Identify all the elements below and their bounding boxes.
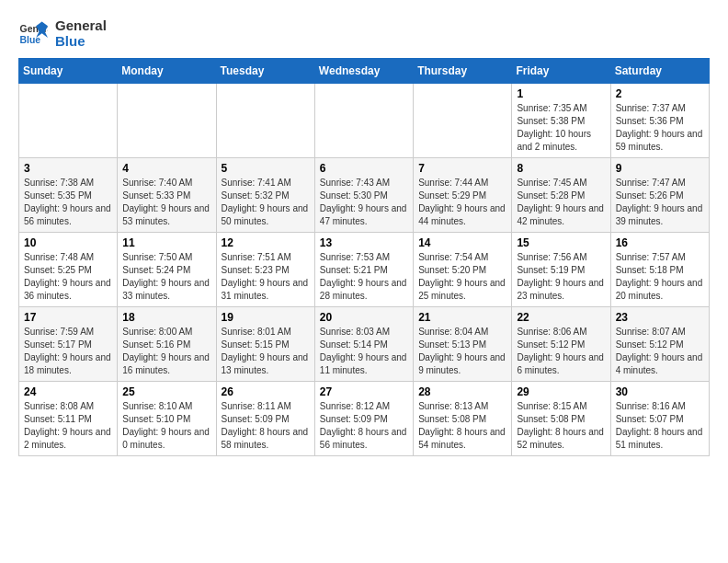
day-number: 10	[24, 236, 112, 249]
logo: General Blue General Blue	[18, 18, 107, 49]
day-number: 28	[418, 385, 506, 398]
day-info: Sunrise: 7:40 AM Sunset: 5:33 PM Dayligh…	[122, 177, 210, 228]
calendar-cell: 29Sunrise: 8:15 AM Sunset: 5:08 PM Dayli…	[512, 382, 610, 456]
day-number: 25	[122, 385, 210, 398]
day-info: Sunrise: 7:50 AM Sunset: 5:24 PM Dayligh…	[122, 251, 210, 303]
day-info: Sunrise: 7:48 AM Sunset: 5:25 PM Dayligh…	[24, 251, 112, 303]
day-info: Sunrise: 8:16 AM Sunset: 5:07 PM Dayligh…	[616, 400, 704, 452]
weekday-header: Monday	[118, 59, 216, 84]
calendar-cell	[118, 84, 216, 158]
calendar-cell: 27Sunrise: 8:12 AM Sunset: 5:09 PM Dayli…	[314, 382, 413, 456]
calendar-week-row: 17Sunrise: 7:59 AM Sunset: 5:17 PM Dayli…	[19, 307, 710, 382]
day-number: 30	[616, 385, 704, 398]
day-info: Sunrise: 8:15 AM Sunset: 5:08 PM Dayligh…	[517, 400, 605, 452]
day-info: Sunrise: 7:41 AM Sunset: 5:32 PM Dayligh…	[222, 177, 310, 228]
day-info: Sunrise: 7:56 AM Sunset: 5:19 PM Dayligh…	[517, 251, 605, 303]
day-info: Sunrise: 7:37 AM Sunset: 5:36 PM Dayligh…	[616, 102, 704, 154]
day-number: 8	[517, 162, 605, 175]
calendar-cell: 13Sunrise: 7:53 AM Sunset: 5:21 PM Dayli…	[314, 233, 413, 307]
calendar-cell: 20Sunrise: 8:03 AM Sunset: 5:14 PM Dayli…	[314, 307, 413, 382]
day-info: Sunrise: 7:59 AM Sunset: 5:17 PM Dayligh…	[24, 326, 112, 377]
calendar-cell: 12Sunrise: 7:51 AM Sunset: 5:23 PM Dayli…	[216, 233, 314, 307]
day-number: 9	[616, 162, 704, 175]
day-number: 18	[122, 311, 210, 324]
day-info: Sunrise: 8:00 AM Sunset: 5:16 PM Dayligh…	[122, 326, 210, 377]
weekday-header: Tuesday	[216, 59, 314, 84]
day-number: 5	[222, 162, 310, 175]
calendar-cell: 28Sunrise: 8:13 AM Sunset: 5:08 PM Dayli…	[414, 382, 512, 456]
calendar-header: SundayMondayTuesdayWednesdayThursdayFrid…	[19, 59, 710, 84]
calendar-cell: 25Sunrise: 8:10 AM Sunset: 5:10 PM Dayli…	[118, 382, 216, 456]
calendar-cell	[314, 84, 413, 158]
day-info: Sunrise: 8:10 AM Sunset: 5:10 PM Dayligh…	[122, 400, 210, 452]
weekday-header: Thursday	[414, 59, 512, 84]
day-number: 7	[418, 162, 506, 175]
weekday-header: Wednesday	[314, 59, 413, 84]
day-number: 19	[222, 311, 310, 324]
day-number: 23	[616, 311, 704, 324]
day-info: Sunrise: 7:57 AM Sunset: 5:18 PM Dayligh…	[616, 251, 704, 303]
day-number: 20	[320, 311, 408, 324]
day-number: 14	[418, 236, 506, 249]
day-number: 13	[320, 236, 408, 249]
day-number: 12	[222, 236, 310, 249]
day-info: Sunrise: 7:54 AM Sunset: 5:20 PM Dayligh…	[418, 251, 506, 303]
calendar-cell: 22Sunrise: 8:06 AM Sunset: 5:12 PM Dayli…	[512, 307, 610, 382]
calendar-cell: 8Sunrise: 7:45 AM Sunset: 5:28 PM Daylig…	[512, 158, 610, 233]
calendar-cell: 9Sunrise: 7:47 AM Sunset: 5:26 PM Daylig…	[610, 158, 709, 233]
calendar-cell: 5Sunrise: 7:41 AM Sunset: 5:32 PM Daylig…	[216, 158, 314, 233]
calendar-cell: 1Sunrise: 7:35 AM Sunset: 5:38 PM Daylig…	[512, 84, 610, 158]
calendar-cell: 7Sunrise: 7:44 AM Sunset: 5:29 PM Daylig…	[414, 158, 512, 233]
day-info: Sunrise: 8:06 AM Sunset: 5:12 PM Dayligh…	[517, 326, 605, 377]
logo-general: General	[55, 18, 107, 34]
logo-blue: Blue	[55, 34, 107, 50]
calendar-cell: 26Sunrise: 8:11 AM Sunset: 5:09 PM Dayli…	[216, 382, 314, 456]
day-number: 27	[320, 385, 408, 398]
calendar-week-row: 1Sunrise: 7:35 AM Sunset: 5:38 PM Daylig…	[19, 84, 710, 158]
day-info: Sunrise: 8:11 AM Sunset: 5:09 PM Dayligh…	[222, 400, 310, 452]
calendar-cell: 17Sunrise: 7:59 AM Sunset: 5:17 PM Dayli…	[19, 307, 118, 382]
calendar-cell: 6Sunrise: 7:43 AM Sunset: 5:30 PM Daylig…	[314, 158, 413, 233]
day-number: 11	[122, 236, 210, 249]
day-info: Sunrise: 7:35 AM Sunset: 5:38 PM Dayligh…	[517, 102, 605, 154]
day-number: 17	[24, 311, 112, 324]
day-info: Sunrise: 7:47 AM Sunset: 5:26 PM Dayligh…	[616, 177, 704, 228]
calendar-cell: 19Sunrise: 8:01 AM Sunset: 5:15 PM Dayli…	[216, 307, 314, 382]
calendar-week-row: 3Sunrise: 7:38 AM Sunset: 5:35 PM Daylig…	[19, 158, 710, 233]
calendar-week-row: 10Sunrise: 7:48 AM Sunset: 5:25 PM Dayli…	[19, 233, 710, 307]
day-info: Sunrise: 8:03 AM Sunset: 5:14 PM Dayligh…	[320, 326, 408, 377]
day-number: 16	[616, 236, 704, 249]
calendar-cell: 11Sunrise: 7:50 AM Sunset: 5:24 PM Dayli…	[118, 233, 216, 307]
calendar-cell: 3Sunrise: 7:38 AM Sunset: 5:35 PM Daylig…	[19, 158, 118, 233]
weekday-header: Saturday	[610, 59, 709, 84]
day-info: Sunrise: 8:07 AM Sunset: 5:12 PM Dayligh…	[616, 326, 704, 377]
day-number: 26	[222, 385, 310, 398]
calendar-cell: 16Sunrise: 7:57 AM Sunset: 5:18 PM Dayli…	[610, 233, 709, 307]
day-number: 22	[517, 311, 605, 324]
calendar-cell: 10Sunrise: 7:48 AM Sunset: 5:25 PM Dayli…	[19, 233, 118, 307]
day-info: Sunrise: 8:08 AM Sunset: 5:11 PM Dayligh…	[24, 400, 112, 452]
day-number: 21	[418, 311, 506, 324]
weekday-header: Sunday	[19, 59, 118, 84]
day-number: 24	[24, 385, 112, 398]
day-info: Sunrise: 7:43 AM Sunset: 5:30 PM Dayligh…	[320, 177, 408, 228]
calendar-cell: 2Sunrise: 7:37 AM Sunset: 5:36 PM Daylig…	[610, 84, 709, 158]
day-number: 1	[517, 87, 605, 100]
calendar-cell	[19, 84, 118, 158]
day-info: Sunrise: 7:51 AM Sunset: 5:23 PM Dayligh…	[222, 251, 310, 303]
weekday-header: Friday	[512, 59, 610, 84]
day-info: Sunrise: 7:53 AM Sunset: 5:21 PM Dayligh…	[320, 251, 408, 303]
header: General Blue General Blue	[18, 18, 710, 49]
calendar-week-row: 24Sunrise: 8:08 AM Sunset: 5:11 PM Dayli…	[19, 382, 710, 456]
day-number: 15	[517, 236, 605, 249]
calendar-cell: 23Sunrise: 8:07 AM Sunset: 5:12 PM Dayli…	[610, 307, 709, 382]
calendar-cell	[216, 84, 314, 158]
day-number: 2	[616, 87, 704, 100]
calendar-cell: 24Sunrise: 8:08 AM Sunset: 5:11 PM Dayli…	[19, 382, 118, 456]
calendar-cell: 15Sunrise: 7:56 AM Sunset: 5:19 PM Dayli…	[512, 233, 610, 307]
calendar-cell: 14Sunrise: 7:54 AM Sunset: 5:20 PM Dayli…	[414, 233, 512, 307]
day-number: 29	[517, 385, 605, 398]
day-number: 4	[122, 162, 210, 175]
weekday-header-row: SundayMondayTuesdayWednesdayThursdayFrid…	[19, 59, 710, 84]
calendar: SundayMondayTuesdayWednesdayThursdayFrid…	[18, 58, 710, 456]
